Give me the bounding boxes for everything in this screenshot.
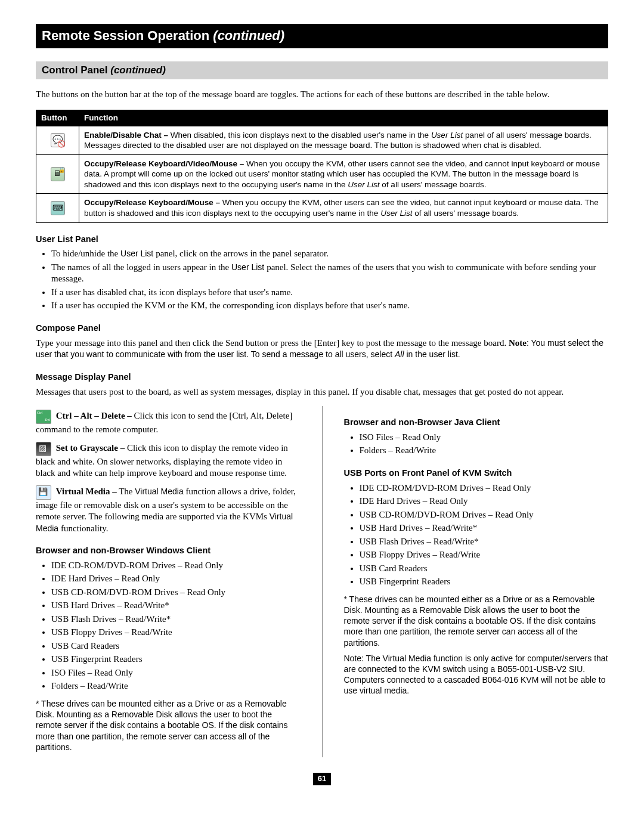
vm-sans: Virtual Media	[135, 487, 185, 496]
right-footnote2: Note: The Virtual Media function is only…	[344, 653, 609, 696]
row-text: of all users' message boards.	[412, 209, 519, 218]
list-item: IDE CD-ROM/DVD-ROM Drives – Read Only	[360, 482, 609, 494]
msg-panel-text: Messages that users post to the board, a…	[36, 386, 608, 398]
list-item: IDE Hard Drives – Read Only	[51, 573, 301, 585]
list-item: USB Fingerprint Readers	[51, 654, 301, 665]
li-text: If a user has disabled chat, its icon di…	[51, 287, 293, 297]
list-item: USB Floppy Drives – Read/Write	[360, 549, 609, 561]
vm-t: The	[117, 487, 135, 496]
left-column: Ctrl – Alt – Delete – Click this icon to…	[36, 406, 301, 757]
th-function: Function	[79, 110, 608, 126]
list-item: USB Fingerprint Readers	[360, 576, 609, 588]
list-item: USB CD-ROM/DVD-ROM Drives – Read Only	[51, 587, 301, 599]
list-item: USB CD-ROM/DVD-ROM Drives – Read Only	[360, 509, 609, 521]
button-function-table: Button Function Enable/Disable Chat – Wh…	[36, 110, 608, 222]
list-item: USB Floppy Drives – Read/Write	[51, 627, 301, 639]
compose-note: Note	[509, 338, 527, 348]
list-item: IDE Hard Drives – Read Only	[360, 496, 609, 507]
header-title: Remote Session Operation	[42, 28, 209, 43]
header-suffix: (continued)	[213, 28, 284, 43]
list-item: Folders – Read/Write	[51, 680, 301, 692]
chat-disable-icon	[51, 133, 65, 147]
win-client-list: IDE CD-ROM/DVD-ROM Drives – Read Only ID…	[36, 560, 301, 692]
table-row: Occupy/Release Keyboard/Mouse – When you…	[36, 194, 608, 222]
page-number-container: 61	[36, 773, 608, 785]
li-text: The names of all the logged in users app…	[51, 262, 231, 272]
intro-text: The buttons on the button bar at the top…	[36, 89, 608, 101]
list-item: USB Flash Drives – Read/Write*	[360, 536, 609, 548]
left-footnote: * These drives can be mounted either as …	[36, 698, 301, 753]
list-item: ISO Files – Read Only	[360, 432, 609, 444]
compose-t3: in the user list.	[404, 349, 460, 359]
occupy-km-icon	[51, 201, 65, 215]
compose-t1: Type your message into this panel and th…	[36, 338, 509, 348]
user-list-bullets: To hide/unhide the User List panel, clic…	[36, 248, 608, 312]
user-list-heading: User List Panel	[36, 234, 608, 245]
row-bold: Occupy/Release Keyboard/Video/Mouse –	[84, 159, 244, 168]
compose-heading: Compose Panel	[36, 323, 608, 334]
java-client-heading: Browser and non-Browser Java Client	[344, 417, 609, 428]
java-client-list: ISO Files – Read Only Folders – Read/Wri…	[344, 432, 609, 457]
page-number: 61	[313, 773, 331, 785]
occupy-kvm-icon	[51, 167, 65, 181]
table-row: Enable/Disable Chat – When disabled, thi…	[36, 126, 608, 154]
vm-bold: Virtual Media –	[56, 487, 117, 496]
ctrl-alt-del-icon	[36, 410, 51, 424]
subheader-suffix: (continued)	[110, 64, 166, 76]
right-column: Browser and non-Browser Java Client ISO …	[344, 406, 609, 757]
list-item: USB Flash Drives – Read/Write*	[51, 614, 301, 625]
list-item: USB Card Readers	[360, 563, 609, 575]
msg-panel-heading: Message Display Panel	[36, 371, 608, 383]
li-sans: User List	[231, 262, 267, 272]
two-column-layout: Ctrl – Alt – Delete – Click this icon to…	[36, 406, 608, 757]
virtual-media-icon	[36, 485, 51, 500]
li-text: If a user has occupied the KVM or the KM…	[51, 301, 410, 310]
row-bold: Enable/Disable Chat –	[84, 131, 168, 140]
row-italic: User List	[380, 209, 412, 218]
row-italic: User List	[431, 131, 463, 140]
right-footnote1: * These drives can be mounted either as …	[344, 594, 609, 648]
table-row: Occupy/Release Keyboard/Video/Mouse – Wh…	[36, 154, 608, 194]
compose-text: Type your message into this panel and th…	[36, 337, 608, 361]
column-divider	[322, 406, 323, 757]
list-item: USB Hard Drives – Read/Write*	[51, 600, 301, 612]
usb-ports-list: IDE CD-ROM/DVD-ROM Drives – Read Only ID…	[344, 482, 609, 588]
th-button: Button	[36, 110, 79, 126]
list-item: Folders – Read/Write	[360, 445, 609, 457]
list-item: ISO Files – Read Only	[51, 667, 301, 679]
cad-bold: Ctrl – Alt – Delete –	[56, 411, 132, 421]
usb-ports-heading: USB Ports on Front Panel of KVM Switch	[344, 467, 609, 479]
list-item: USB Card Readers	[51, 640, 301, 652]
row-text: of all users' message boards.	[380, 180, 487, 189]
li-text: To hide/unhide the	[51, 249, 120, 258]
win-client-heading: Browser and non-Browser Windows Client	[36, 545, 301, 556]
li-text: panel, click on the arrows in the panel …	[156, 249, 329, 258]
subheader-title: Control Panel	[42, 64, 108, 76]
row-text: When disabled, this icon displays next t…	[168, 131, 431, 140]
row-italic: User List	[348, 180, 379, 189]
li-sans: User List	[120, 249, 156, 258]
page-header: Remote Session Operation (continued)	[36, 24, 608, 48]
vm-t: functionality.	[61, 524, 108, 533]
gray-bold: Set to Grayscale –	[56, 443, 125, 453]
row-bold: Occupy/Release Keyboard/Mouse –	[84, 198, 220, 207]
compose-italic: All	[395, 349, 404, 359]
list-item: IDE CD-ROM/DVD-ROM Drives – Read Only	[51, 560, 301, 572]
grayscale-icon	[36, 442, 51, 456]
list-item: USB Hard Drives – Read/Write*	[360, 522, 609, 534]
section-subheader: Control Panel (continued)	[36, 61, 608, 79]
